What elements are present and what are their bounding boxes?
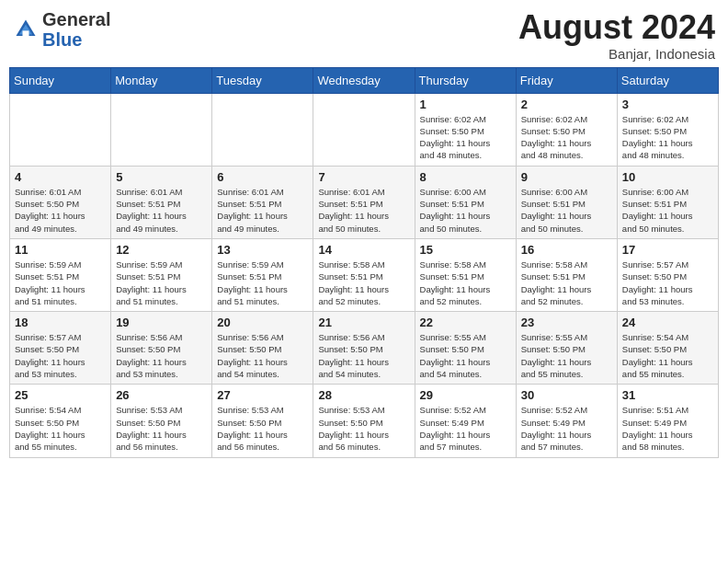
day-number: 31 bbox=[622, 388, 713, 402]
day-info: Sunrise: 6:01 AM Sunset: 5:50 PM Dayligh… bbox=[15, 186, 106, 235]
svg-rect-2 bbox=[23, 30, 29, 36]
calendar-cell: 26Sunrise: 5:53 AM Sunset: 5:50 PM Dayli… bbox=[111, 385, 212, 457]
calendar-cell: 10Sunrise: 6:00 AM Sunset: 5:51 PM Dayli… bbox=[617, 166, 718, 238]
day-info: Sunrise: 5:53 AM Sunset: 5:50 PM Dayligh… bbox=[318, 404, 409, 453]
location: Banjar, Indonesia bbox=[518, 46, 715, 62]
calendar-cell: 19Sunrise: 5:56 AM Sunset: 5:50 PM Dayli… bbox=[111, 312, 212, 385]
day-number: 23 bbox=[521, 316, 612, 329]
calendar-cell: 3Sunrise: 6:02 AM Sunset: 5:50 PM Daylig… bbox=[617, 93, 718, 166]
calendar-cell: 23Sunrise: 5:55 AM Sunset: 5:50 PM Dayli… bbox=[516, 312, 617, 385]
day-number: 4 bbox=[15, 170, 106, 184]
day-number: 19 bbox=[116, 316, 207, 329]
calendar-cell: 9Sunrise: 6:00 AM Sunset: 5:51 PM Daylig… bbox=[516, 166, 617, 238]
day-number: 12 bbox=[116, 243, 207, 257]
calendar-cell: 24Sunrise: 5:54 AM Sunset: 5:50 PM Dayli… bbox=[617, 312, 718, 385]
calendar-cell: 11Sunrise: 5:59 AM Sunset: 5:51 PM Dayli… bbox=[10, 238, 111, 311]
day-info: Sunrise: 5:57 AM Sunset: 5:50 PM Dayligh… bbox=[15, 331, 106, 380]
weekday-header-wednesday: Wednesday bbox=[313, 67, 415, 93]
calendar-cell: 30Sunrise: 5:52 AM Sunset: 5:49 PM Dayli… bbox=[516, 385, 617, 457]
day-number: 8 bbox=[420, 170, 511, 184]
month-year: August 2024 bbox=[518, 9, 715, 46]
calendar-cell: 6Sunrise: 6:01 AM Sunset: 5:51 PM Daylig… bbox=[212, 166, 313, 238]
calendar-table: SundayMondayTuesdayWednesdayThursdayFrid… bbox=[9, 67, 719, 458]
calendar-cell: 18Sunrise: 5:57 AM Sunset: 5:50 PM Dayli… bbox=[10, 312, 111, 385]
day-number: 18 bbox=[15, 316, 106, 329]
day-info: Sunrise: 5:53 AM Sunset: 5:50 PM Dayligh… bbox=[217, 404, 308, 453]
day-number: 25 bbox=[15, 388, 106, 402]
day-info: Sunrise: 5:59 AM Sunset: 5:51 PM Dayligh… bbox=[15, 259, 106, 307]
day-number: 17 bbox=[622, 243, 713, 257]
day-number: 15 bbox=[420, 243, 511, 257]
calendar-cell: 17Sunrise: 5:57 AM Sunset: 5:50 PM Dayli… bbox=[617, 238, 718, 311]
calendar-cell bbox=[10, 93, 111, 166]
calendar-cell bbox=[212, 93, 313, 166]
day-number: 6 bbox=[217, 170, 308, 184]
day-info: Sunrise: 6:01 AM Sunset: 5:51 PM Dayligh… bbox=[116, 186, 207, 235]
day-info: Sunrise: 5:58 AM Sunset: 5:51 PM Dayligh… bbox=[521, 259, 612, 307]
calendar-cell bbox=[313, 93, 415, 166]
day-info: Sunrise: 6:00 AM Sunset: 5:51 PM Dayligh… bbox=[521, 186, 612, 235]
day-number: 5 bbox=[116, 170, 207, 184]
calendar-cell: 20Sunrise: 5:56 AM Sunset: 5:50 PM Dayli… bbox=[212, 312, 313, 385]
day-number: 28 bbox=[318, 388, 409, 402]
day-info: Sunrise: 5:59 AM Sunset: 5:51 PM Dayligh… bbox=[116, 259, 207, 307]
calendar-cell: 21Sunrise: 5:56 AM Sunset: 5:50 PM Dayli… bbox=[313, 312, 415, 385]
day-info: Sunrise: 6:00 AM Sunset: 5:51 PM Dayligh… bbox=[622, 186, 713, 235]
weekday-header-tuesday: Tuesday bbox=[212, 67, 313, 93]
weekday-header-thursday: Thursday bbox=[415, 67, 516, 93]
day-info: Sunrise: 5:56 AM Sunset: 5:50 PM Dayligh… bbox=[318, 331, 409, 380]
day-info: Sunrise: 5:55 AM Sunset: 5:50 PM Dayligh… bbox=[420, 331, 511, 380]
calendar-week-2: 4Sunrise: 6:01 AM Sunset: 5:50 PM Daylig… bbox=[10, 166, 719, 238]
weekday-header-saturday: Saturday bbox=[617, 67, 718, 93]
day-info: Sunrise: 5:52 AM Sunset: 5:49 PM Dayligh… bbox=[420, 404, 511, 453]
calendar-cell: 1Sunrise: 6:02 AM Sunset: 5:50 PM Daylig… bbox=[415, 93, 516, 166]
calendar-week-5: 25Sunrise: 5:54 AM Sunset: 5:50 PM Dayli… bbox=[10, 385, 719, 457]
weekday-header-monday: Monday bbox=[111, 67, 212, 93]
weekday-header-sunday: Sunday bbox=[10, 67, 111, 93]
day-info: Sunrise: 6:00 AM Sunset: 5:51 PM Dayligh… bbox=[420, 186, 511, 235]
day-number: 26 bbox=[116, 388, 207, 402]
day-info: Sunrise: 5:58 AM Sunset: 5:51 PM Dayligh… bbox=[318, 259, 409, 307]
day-number: 24 bbox=[622, 316, 713, 329]
logo-general: General bbox=[42, 9, 110, 29]
weekday-header-row: SundayMondayTuesdayWednesdayThursdayFrid… bbox=[10, 67, 719, 93]
day-number: 7 bbox=[318, 170, 409, 184]
calendar-cell: 29Sunrise: 5:52 AM Sunset: 5:49 PM Dayli… bbox=[415, 385, 516, 457]
day-number: 14 bbox=[318, 243, 409, 257]
calendar-cell: 25Sunrise: 5:54 AM Sunset: 5:50 PM Dayli… bbox=[10, 385, 111, 457]
day-info: Sunrise: 5:57 AM Sunset: 5:50 PM Dayligh… bbox=[622, 259, 713, 307]
calendar-cell: 4Sunrise: 6:01 AM Sunset: 5:50 PM Daylig… bbox=[10, 166, 111, 238]
calendar-week-4: 18Sunrise: 5:57 AM Sunset: 5:50 PM Dayli… bbox=[10, 312, 719, 385]
day-info: Sunrise: 6:01 AM Sunset: 5:51 PM Dayligh… bbox=[318, 186, 409, 235]
calendar-cell: 27Sunrise: 5:53 AM Sunset: 5:50 PM Dayli… bbox=[212, 385, 313, 457]
calendar-cell: 15Sunrise: 5:58 AM Sunset: 5:51 PM Dayli… bbox=[415, 238, 516, 311]
calendar-cell: 2Sunrise: 6:02 AM Sunset: 5:50 PM Daylig… bbox=[516, 93, 617, 166]
logo: General Blue bbox=[13, 9, 110, 50]
day-info: Sunrise: 5:51 AM Sunset: 5:49 PM Dayligh… bbox=[622, 404, 713, 453]
day-number: 10 bbox=[622, 170, 713, 184]
day-number: 1 bbox=[420, 98, 511, 111]
day-info: Sunrise: 6:02 AM Sunset: 5:50 PM Dayligh… bbox=[622, 113, 713, 162]
calendar-cell: 8Sunrise: 6:00 AM Sunset: 5:51 PM Daylig… bbox=[415, 166, 516, 238]
calendar-cell: 5Sunrise: 6:01 AM Sunset: 5:51 PM Daylig… bbox=[111, 166, 212, 238]
day-info: Sunrise: 5:55 AM Sunset: 5:50 PM Dayligh… bbox=[521, 331, 612, 380]
calendar-cell: 28Sunrise: 5:53 AM Sunset: 5:50 PM Dayli… bbox=[313, 385, 415, 457]
day-number: 30 bbox=[521, 388, 612, 402]
calendar-cell: 7Sunrise: 6:01 AM Sunset: 5:51 PM Daylig… bbox=[313, 166, 415, 238]
day-info: Sunrise: 6:02 AM Sunset: 5:50 PM Dayligh… bbox=[420, 113, 511, 162]
day-info: Sunrise: 5:58 AM Sunset: 5:51 PM Dayligh… bbox=[420, 259, 511, 307]
calendar-cell: 14Sunrise: 5:58 AM Sunset: 5:51 PM Dayli… bbox=[313, 238, 415, 311]
title-block: August 2024 Banjar, Indonesia bbox=[518, 9, 715, 62]
day-info: Sunrise: 5:59 AM Sunset: 5:51 PM Dayligh… bbox=[217, 259, 308, 307]
calendar-week-3: 11Sunrise: 5:59 AM Sunset: 5:51 PM Dayli… bbox=[10, 238, 719, 311]
day-info: Sunrise: 6:02 AM Sunset: 5:50 PM Dayligh… bbox=[521, 113, 612, 162]
logo-blue: Blue bbox=[42, 29, 82, 50]
calendar-cell: 16Sunrise: 5:58 AM Sunset: 5:51 PM Dayli… bbox=[516, 238, 617, 311]
day-number: 27 bbox=[217, 388, 308, 402]
day-info: Sunrise: 5:56 AM Sunset: 5:50 PM Dayligh… bbox=[116, 331, 207, 380]
day-number: 3 bbox=[622, 98, 713, 111]
day-info: Sunrise: 5:56 AM Sunset: 5:50 PM Dayligh… bbox=[217, 331, 308, 380]
logo-icon bbox=[13, 17, 39, 42]
day-info: Sunrise: 5:53 AM Sunset: 5:50 PM Dayligh… bbox=[116, 404, 207, 453]
day-number: 29 bbox=[420, 388, 511, 402]
